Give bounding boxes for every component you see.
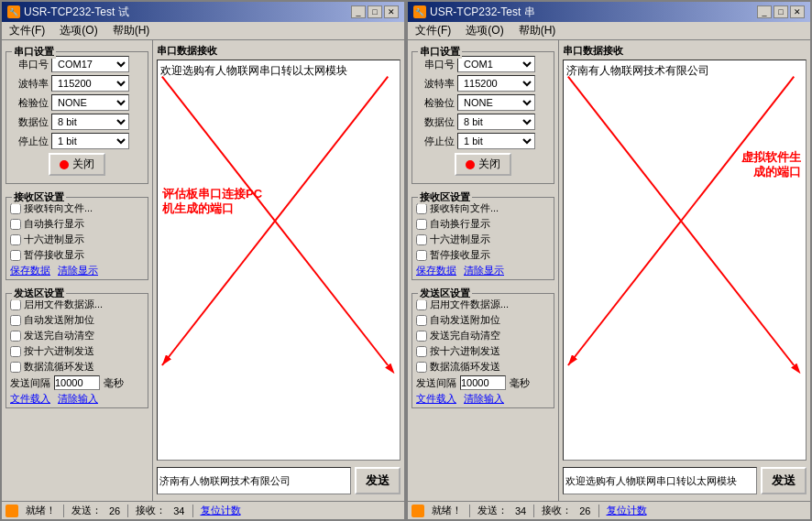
send-cb1-1[interactable] [10, 299, 21, 310]
recv-cb2-row-1: 自动换行显示 [10, 217, 144, 231]
check-select-2[interactable]: NONE [457, 94, 535, 111]
stop-select-2[interactable]: 1 bit [457, 133, 535, 149]
save-data-link-1[interactable]: 保存数据 [10, 264, 50, 277]
send-input-1[interactable] [157, 467, 351, 494]
port-select-1[interactable]: COM17 [51, 56, 129, 72]
data-select-1[interactable]: 8 bit [51, 114, 129, 130]
recv-count-1: 34 [173, 505, 184, 516]
recv-cb2-label-1: 自动换行显示 [24, 217, 84, 231]
recv-cb2-2[interactable] [416, 219, 427, 230]
send-cb3-1[interactable] [10, 331, 21, 342]
menu-help-2[interactable]: 帮助(H) [515, 22, 560, 39]
port-label-1: 串口号 [10, 58, 49, 71]
window-1: 🔧 USR-TCP232-Test 试 _ □ ✕ 文件(F) 选项(O) 帮助… [0, 0, 406, 521]
divider2a [469, 505, 470, 517]
close-btn-1[interactable]: ✕ [384, 5, 399, 18]
send-cb5-row-2: 数据流循环发送 [416, 360, 550, 374]
send-button-1[interactable]: 发送 [355, 467, 401, 494]
left-panel-1: 串口设置 串口号 COM17 波特率 115200 检验位 NONE [2, 40, 153, 501]
window-title-1: USR-TCP232-Test 试 [24, 5, 129, 20]
send-cb1-2[interactable] [416, 299, 427, 310]
right-panel-1: 串口数据接收 欢迎选购有人物联网串口转以太网模块 发送 [153, 40, 404, 501]
baud-select-2[interactable]: 115200 [457, 75, 535, 92]
send-cb5-2[interactable] [416, 362, 427, 373]
data-row-2: 数据位 8 bit [416, 114, 550, 130]
maximize-btn-2[interactable]: □ [774, 5, 788, 18]
clear-display-link-1[interactable]: 清除显示 [58, 264, 98, 277]
title-bar-1: 🔧 USR-TCP232-Test 试 _ □ ✕ [2, 2, 404, 22]
send-settings-title-1: 发送区设置 [12, 287, 66, 300]
menu-bar-1: 文件(F) 选项(O) 帮助(H) [2, 22, 404, 40]
stop-row-2: 停止位 1 bit [416, 133, 550, 149]
port-select-2[interactable]: COM1 [457, 56, 535, 72]
close-btn-2[interactable]: ✕ [790, 5, 805, 18]
recv-count-2: 26 [579, 505, 590, 516]
recv-cb2-1[interactable] [10, 219, 21, 230]
menu-file-1[interactable]: 文件(F) [5, 22, 49, 39]
recv-links-2: 保存数据 清除显示 [416, 264, 550, 277]
file-load-link-1[interactable]: 文件载入 [10, 392, 50, 406]
recv-cb4-1[interactable] [10, 250, 21, 261]
serial-settings-group-1: 串口设置 串口号 COM17 波特率 115200 检验位 NONE [5, 51, 148, 184]
send-label-1: 发送： [71, 504, 102, 517]
interval-input-1[interactable] [54, 375, 100, 390]
recv-cb2-label-2: 自动换行显示 [430, 217, 490, 231]
recv-settings-title-1: 接收区设置 [12, 190, 66, 204]
file-load-link-2[interactable]: 文件载入 [416, 392, 456, 406]
title-buttons-1: _ □ ✕ [351, 5, 399, 18]
recv-area-label-1: 串口数据接收 [157, 44, 401, 58]
send-cb4-label-1: 按十六进制发送 [24, 344, 94, 358]
check-select-1[interactable]: NONE [51, 94, 129, 111]
send-cb5-1[interactable] [10, 362, 21, 373]
maximize-btn-1[interactable]: □ [368, 5, 382, 18]
divider1a [63, 505, 64, 517]
window-2: 🔧 USR-TCP232-Test 串 _ □ ✕ 文件(F) 选项(O) 帮助… [406, 0, 812, 521]
recv-cb3-2[interactable] [416, 234, 427, 245]
recv-text-2: 济南有人物联网技术有限公司 [566, 64, 709, 77]
send-cb3-label-2: 发送完自动清空 [430, 329, 500, 342]
menu-file-2[interactable]: 文件(F) [411, 22, 455, 39]
clear-input-link-2[interactable]: 清除输入 [464, 392, 504, 406]
reset-count-btn-2[interactable]: 复位计数 [607, 504, 647, 517]
send-input-2[interactable] [563, 467, 757, 494]
menu-options-2[interactable]: 选项(O) [462, 22, 507, 39]
save-data-link-2[interactable]: 保存数据 [416, 264, 456, 277]
recv-cb1-2[interactable] [416, 203, 427, 214]
send-cb4-1[interactable] [10, 346, 21, 357]
serial-settings-group-2: 串口设置 串口号 COM1 波特率 115200 检验位 NONE [411, 51, 554, 184]
send-cb4-2[interactable] [416, 346, 427, 357]
send-button-2[interactable]: 发送 [761, 467, 807, 494]
reset-count-btn-1[interactable]: 复位计数 [201, 504, 241, 517]
menu-options-1[interactable]: 选项(O) [56, 22, 101, 39]
recv-cb3-1[interactable] [10, 234, 21, 245]
send-links-1: 文件载入 清除输入 [10, 392, 144, 406]
interval-input-2[interactable] [460, 375, 506, 390]
send-cb2-2[interactable] [416, 315, 427, 326]
clear-input-link-1[interactable]: 清除输入 [58, 392, 98, 406]
recv-cb1-1[interactable] [10, 203, 21, 214]
window-title-2: USR-TCP232-Test 串 [430, 5, 535, 20]
right-panel-2: 串口数据接收 济南有人物联网技术有限公司 发送 [559, 40, 810, 501]
baud-label-2: 波特率 [416, 77, 455, 91]
main-content-1: 串口设置 串口号 COM17 波特率 115200 检验位 NONE [2, 40, 404, 501]
recv-cb4-2[interactable] [416, 250, 427, 261]
send-interval-row-1: 发送间隔 毫秒 [10, 375, 144, 390]
check-row-1: 检验位 NONE [10, 94, 144, 111]
status-text-1: 就绪！ [26, 504, 56, 517]
send-cb2-1[interactable] [10, 315, 21, 326]
clear-display-link-2[interactable]: 清除显示 [464, 264, 504, 277]
data-select-2[interactable]: 8 bit [457, 114, 535, 130]
stop-select-1[interactable]: 1 bit [51, 133, 129, 149]
menu-help-1[interactable]: 帮助(H) [109, 22, 154, 39]
send-cb3-2[interactable] [416, 331, 427, 342]
recv-area-label-2: 串口数据接收 [563, 44, 807, 58]
close-port-btn-2[interactable]: 关闭 [455, 153, 511, 176]
minimize-btn-2[interactable]: _ [757, 5, 772, 18]
baud-select-1[interactable]: 115200 [51, 75, 129, 92]
close-port-btn-1[interactable]: 关闭 [49, 153, 105, 176]
minimize-btn-1[interactable]: _ [351, 5, 366, 18]
send-label-2: 发送： [477, 504, 508, 517]
port-label-2: 串口号 [416, 58, 455, 71]
status-text-2: 就绪！ [432, 504, 462, 517]
send-links-2: 文件载入 清除输入 [416, 392, 550, 406]
